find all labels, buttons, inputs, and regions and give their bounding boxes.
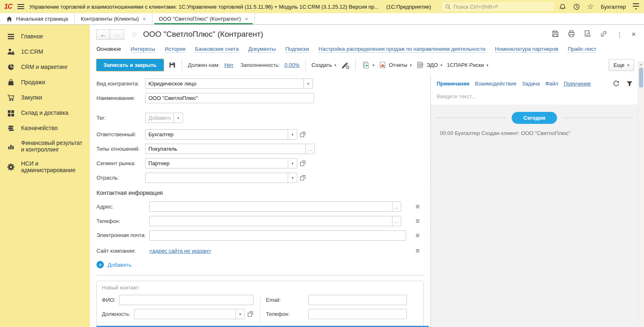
save-button-icon[interactable] (168, 61, 176, 69)
tab-svetloplus[interactable]: ООО "СветлоПлюс" (Контрагент) × (153, 13, 255, 24)
current-user[interactable]: Бухгалтер (601, 4, 626, 10)
tab-close-icon[interactable]: × (143, 16, 146, 22)
website-link[interactable]: <адрес сайта не указан> (149, 248, 211, 254)
tab-osnovnoe[interactable]: Основное (96, 46, 121, 52)
chevron-down-icon[interactable]: ▾ (174, 113, 183, 123)
tab-prays-list[interactable]: Прайс-лист (568, 46, 596, 53)
sidebar-item-glavnoe[interactable]: Главное (0, 29, 90, 44)
print-icon[interactable] (568, 30, 575, 39)
chevron-down-icon[interactable]: ▾ (303, 78, 313, 89)
name-input[interactable] (145, 93, 314, 103)
sidebar-item-finrezultat[interactable]: Финансовый результат и контроллинг (0, 136, 90, 156)
edo-button[interactable]: ЭДО▾ (416, 61, 442, 69)
position-input[interactable] (134, 309, 236, 319)
open-position-icon[interactable] (247, 311, 254, 317)
address-input[interactable] (149, 201, 393, 212)
responsible-input[interactable] (145, 129, 288, 140)
tab-fayl[interactable]: Файл (545, 81, 558, 87)
vertical-scrollbar[interactable]: ▲ (638, 61, 644, 327)
contact-email-input[interactable] (308, 295, 407, 305)
fill-value-link[interactable]: 0,00% (284, 62, 300, 68)
open-market-segment-icon[interactable] (300, 160, 306, 166)
sidebar-item-label: Казначейство (21, 125, 58, 131)
tab-vzaimodeystvie[interactable]: Взаимодействие (475, 81, 517, 87)
address-menu-icon[interactable]: ≡ (416, 203, 420, 210)
tab-istoriya[interactable]: История (165, 46, 185, 53)
industry-input[interactable] (145, 173, 288, 183)
refresh-icon[interactable] (613, 80, 620, 87)
plan-interaction-icon[interactable] (341, 61, 350, 69)
filter-icon[interactable] (626, 81, 633, 87)
sidebar-item-crm-marketing[interactable]: CRM и маркетинг (0, 59, 90, 75)
favorites-star-icon[interactable]: ☆ (587, 2, 594, 11)
sidebar-item-1c-crm[interactable]: 1С:CRM (0, 44, 90, 59)
tab-nastroyka-raspredeleniya[interactable]: Настройка распределения продаж по направ… (319, 46, 486, 53)
tab-interesy[interactable]: Интересы (131, 46, 155, 53)
email-menu-icon[interactable]: ≡ (416, 232, 420, 239)
today-badge[interactable]: Сегодня (512, 112, 557, 124)
tab-bankovskie-scheta[interactable]: Банковские счета (195, 46, 239, 53)
relation-types-input[interactable] (145, 144, 306, 154)
phone-menu-icon[interactable]: ≡ (416, 218, 420, 225)
preview-icon[interactable] (584, 30, 591, 39)
chevron-down-icon[interactable]: ▾ (235, 309, 245, 319)
notifications-bell-icon[interactable] (559, 3, 566, 10)
timeline-event[interactable]: 00:00 Бухгалтер Создан клиент: ООО "Свет… (437, 130, 632, 136)
owed-value-link[interactable]: Нет (224, 62, 233, 68)
industry-label: Отрасль: (96, 175, 145, 181)
global-search-input[interactable]: Поиск Ctrl+Shift+F (442, 2, 554, 11)
tab-close-icon[interactable]: × (244, 16, 248, 22)
forward-button[interactable]: → (110, 29, 124, 40)
phone-input[interactable] (149, 216, 393, 226)
tab-nomenklatura-partnerov[interactable]: Номенклатура партнеров (495, 46, 558, 53)
chevron-down-icon[interactable]: ▾ (288, 173, 297, 183)
scroll-up-icon[interactable]: ▲ (638, 61, 644, 67)
link-icon[interactable] (600, 30, 607, 39)
phone-choose-button[interactable]: … (392, 216, 401, 226)
chevron-down-icon[interactable]: ▾ (288, 129, 297, 140)
create-based-on-button[interactable]: ▾ (362, 61, 374, 69)
favorite-star-icon[interactable]: ☆ (131, 29, 138, 39)
service-menu-icon[interactable]: ▾ (633, 3, 639, 10)
sidebar-item-sklad-dostavka[interactable]: Склад и доставка (0, 105, 90, 121)
more-button[interactable]: Еще▾ (609, 59, 634, 71)
website-menu-icon[interactable]: ≡ (416, 247, 420, 254)
tab-zadacha[interactable]: Задача (522, 81, 540, 87)
scrollbar-thumb[interactable] (639, 68, 643, 88)
open-responsible-icon[interactable] (300, 131, 306, 137)
main-menu-icon[interactable] (17, 4, 24, 9)
spark-risks-button[interactable]: 1СПАРК Риски▾ (447, 62, 488, 68)
history-icon[interactable] (573, 3, 580, 10)
email-input[interactable] (149, 230, 406, 241)
market-segment-input[interactable] (145, 158, 288, 168)
sidebar-item-nsi-admin[interactable]: НСИ и администрирование (0, 156, 90, 177)
sidebar-item-label: Закупки (21, 94, 42, 101)
tab-home[interactable]: Начальная страница (0, 13, 75, 24)
relation-types-choose-button[interactable]: … (306, 144, 315, 154)
open-industry-icon[interactable] (300, 175, 306, 181)
add-contact-info-button[interactable]: + Добавить (96, 261, 424, 268)
more-actions-icon[interactable]: ⋮ (616, 31, 623, 38)
tab-primechanie[interactable]: Примечание (437, 81, 470, 87)
tab-kontragenty[interactable]: Контрагенты (Клиенты) × (75, 13, 153, 24)
chevron-down-icon[interactable]: ▾ (288, 158, 297, 168)
tab-podpiski[interactable]: Подписки (285, 46, 309, 53)
fio-input[interactable] (119, 295, 254, 305)
create-button[interactable]: Создать▾ (312, 62, 336, 68)
tab-dokumenty[interactable]: Документы (248, 46, 276, 53)
reports-button[interactable]: Отчеты▾ (379, 61, 411, 69)
chevron-down-icon: ▾ (487, 63, 489, 67)
contact-phone-input[interactable] (308, 309, 407, 319)
close-form-icon[interactable]: × (631, 30, 636, 39)
save-and-close-button[interactable]: Записать и закрыть (96, 59, 164, 71)
address-choose-button[interactable]: … (392, 201, 401, 212)
save-icon[interactable] (552, 30, 559, 39)
timeline-text-input[interactable] (431, 91, 637, 102)
kind-select[interactable] (145, 78, 304, 89)
sidebar-item-kaznacheystvo[interactable]: Казначейство (0, 121, 90, 136)
tag-input[interactable] (145, 113, 174, 123)
sidebar-item-prodazhi[interactable]: Продажи (0, 75, 90, 90)
tab-poruchenie[interactable]: Поручение (564, 81, 591, 87)
back-button[interactable]: ← (96, 29, 110, 40)
sidebar-item-zakupki[interactable]: Закупки (0, 90, 90, 105)
